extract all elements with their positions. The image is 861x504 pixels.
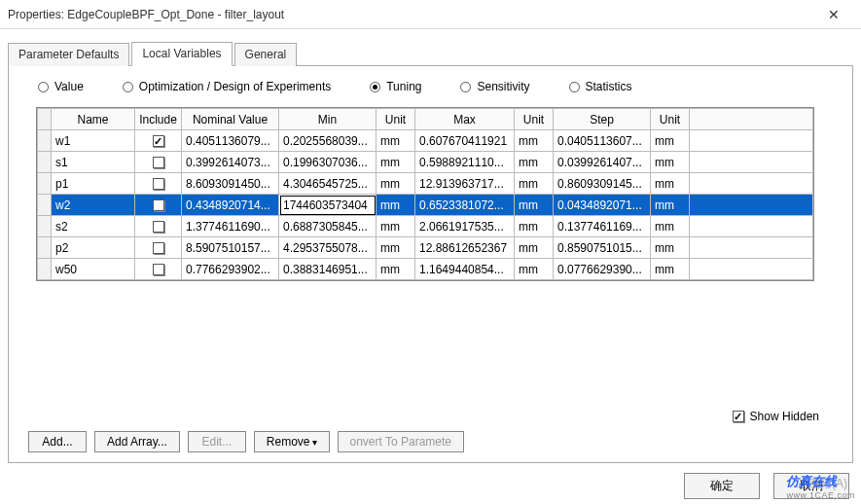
include-checkbox[interactable] — [153, 135, 164, 147]
variables-grid[interactable]: Name Include Nominal Value Min Unit Max … — [36, 107, 814, 281]
col-unit3[interactable]: Unit — [651, 109, 690, 130]
cell-unit3[interactable]: mm — [651, 152, 690, 173]
include-checkbox[interactable] — [153, 199, 164, 211]
cell-unit2[interactable]: mm — [515, 237, 554, 259]
cell-max[interactable]: 12.88612652367 — [415, 237, 515, 259]
cell-name[interactable]: s1 — [52, 152, 135, 173]
cell-min[interactable]: 0.3883146951... — [279, 259, 377, 280]
radio-value[interactable]: Value — [38, 80, 84, 93]
cell-name[interactable]: w50 — [52, 259, 135, 280]
col-max[interactable]: Max — [415, 109, 515, 130]
cell-unit1[interactable]: mm — [377, 130, 415, 152]
cell-include[interactable] — [135, 259, 182, 280]
col-nominal[interactable]: Nominal Value — [182, 109, 279, 130]
row-handle[interactable] — [38, 237, 52, 259]
checkbox-icon[interactable] — [733, 411, 744, 422]
tab-parameter-defaults[interactable]: Parameter Defaults — [8, 43, 129, 66]
col-include[interactable]: Include — [135, 109, 182, 130]
tab-general[interactable]: General — [234, 43, 298, 66]
col-unit1[interactable]: Unit — [377, 109, 415, 130]
row-handle[interactable] — [38, 152, 52, 173]
convert-button[interactable]: onvert To Paramete — [338, 431, 465, 452]
edit-button[interactable]: Edit... — [188, 431, 246, 452]
cell-min[interactable]: 0.2025568039... — [279, 130, 377, 152]
cell-unit1[interactable]: mm — [377, 237, 415, 259]
col-name[interactable]: Name — [52, 109, 135, 130]
cell-unit2[interactable]: mm — [515, 152, 554, 173]
add-button[interactable]: Add... — [28, 431, 87, 452]
row-handle[interactable] — [38, 173, 52, 195]
include-checkbox[interactable] — [153, 157, 164, 168]
cell-max[interactable]: 0.607670411921 — [415, 130, 515, 152]
cell-min[interactable]: 0.6887305845... — [279, 216, 377, 237]
cell-max[interactable]: 2.0661917535... — [415, 216, 515, 237]
table-row[interactable]: p28.5907510157...4.2953755078...mm12.886… — [38, 237, 813, 259]
table-row[interactable]: s21.3774611690...0.6887305845...mm2.0661… — [38, 216, 813, 237]
include-checkbox[interactable] — [153, 178, 164, 190]
include-checkbox[interactable] — [153, 264, 164, 275]
table-row[interactable]: w20.4348920714...1744603573404mm0.652338… — [38, 195, 813, 216]
cell-min[interactable]: 4.3046545725... — [279, 173, 377, 195]
row-handle[interactable] — [38, 216, 52, 237]
cell-step[interactable]: 0.0399261407... — [554, 152, 651, 173]
row-handle[interactable] — [38, 195, 52, 216]
cell-unit3[interactable]: mm — [651, 130, 690, 152]
cell-unit3[interactable]: mm — [651, 237, 690, 259]
cell-unit3[interactable]: mm — [651, 195, 690, 216]
table-row[interactable]: w10.4051136079...0.2025568039...mm0.6076… — [38, 130, 813, 152]
radio-optimization[interactable]: Optimization / Design of Experiments — [123, 80, 331, 93]
cell-step[interactable]: 0.0405113607... — [554, 130, 651, 152]
cell-unit2[interactable]: mm — [515, 259, 554, 280]
cell-step[interactable]: 0.0776629390... — [554, 259, 651, 280]
show-hidden-checkbox[interactable]: Show Hidden — [733, 410, 819, 423]
cell-step[interactable]: 0.1377461169... — [554, 216, 651, 237]
cell-unit2[interactable]: mm — [515, 195, 554, 216]
table-row[interactable]: p18.6093091450...4.3046545725...mm12.913… — [38, 173, 813, 195]
col-unit2[interactable]: Unit — [515, 109, 554, 130]
cell-unit3[interactable]: mm — [651, 216, 690, 237]
cell-min[interactable]: 0.1996307036... — [279, 152, 377, 173]
cell-max[interactable]: 0.6523381072... — [415, 195, 515, 216]
cell-name[interactable]: p1 — [52, 173, 135, 195]
cell-name[interactable]: p2 — [52, 237, 135, 259]
cell-name[interactable]: w2 — [52, 195, 135, 216]
ok-button[interactable]: 确定 — [684, 473, 760, 499]
cell-unit1[interactable]: mm — [377, 152, 415, 173]
cell-unit3[interactable]: mm — [651, 173, 690, 195]
cell-nominal[interactable]: 8.5907510157... — [182, 237, 279, 259]
table-row[interactable]: w500.7766293902...0.3883146951...mm1.164… — [38, 259, 813, 280]
col-min[interactable]: Min — [279, 109, 377, 130]
cell-unit1[interactable]: mm — [377, 216, 415, 237]
apply-button[interactable]: 应用(A) — [808, 476, 847, 492]
cell-unit3[interactable]: mm — [651, 259, 690, 280]
cell-step[interactable]: 0.8609309145... — [554, 173, 651, 195]
cell-nominal[interactable]: 8.6093091450... — [182, 173, 279, 195]
cell-nominal[interactable]: 0.4348920714... — [182, 195, 279, 216]
cell-max[interactable]: 1.1649440854... — [415, 259, 515, 280]
cell-include[interactable] — [135, 216, 182, 237]
table-row[interactable]: s10.3992614073...0.1996307036...mm0.5988… — [38, 152, 813, 173]
cell-unit2[interactable]: mm — [515, 173, 554, 195]
row-handle[interactable] — [38, 259, 52, 280]
cell-max[interactable]: 0.5988921110... — [415, 152, 515, 173]
cell-unit2[interactable]: mm — [515, 216, 554, 237]
row-handle[interactable] — [38, 130, 52, 152]
cell-include[interactable] — [135, 130, 182, 152]
cell-nominal[interactable]: 0.7766293902... — [182, 259, 279, 280]
include-checkbox[interactable] — [153, 221, 164, 233]
add-array-button[interactable]: Add Array... — [94, 431, 180, 452]
cell-nominal[interactable]: 0.4051136079... — [182, 130, 279, 152]
cell-include[interactable] — [135, 237, 182, 259]
remove-button[interactable]: Remove — [254, 431, 330, 452]
cell-min[interactable]: 4.2953755078... — [279, 237, 377, 259]
include-checkbox[interactable] — [153, 242, 164, 254]
cell-max[interactable]: 12.913963717... — [415, 173, 515, 195]
radio-statistics[interactable]: Statistics — [569, 80, 632, 93]
tab-local-variables[interactable]: Local Variables — [131, 42, 232, 66]
col-step[interactable]: Step — [554, 109, 651, 130]
cell-name[interactable]: w1 — [52, 130, 135, 152]
cell-unit1[interactable]: mm — [377, 195, 415, 216]
cell-step[interactable]: 0.8590751015... — [554, 237, 651, 259]
radio-sensitivity[interactable]: Sensitivity — [460, 80, 529, 93]
cell-include[interactable] — [135, 173, 182, 195]
